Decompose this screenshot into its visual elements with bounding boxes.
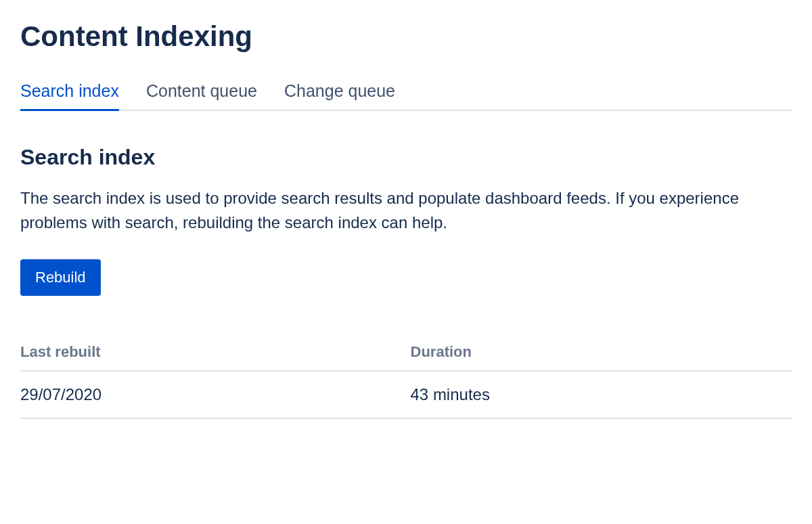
cell-last-rebuilt: 29/07/2020 bbox=[20, 371, 411, 418]
tab-search-index[interactable]: Search index bbox=[20, 81, 119, 111]
cell-duration: 43 minutes bbox=[411, 371, 792, 418]
section-title: Search index bbox=[20, 145, 792, 170]
rebuild-info-table: Last rebuilt Duration 29/07/2020 43 minu… bbox=[20, 343, 792, 419]
page-title: Content Indexing bbox=[20, 20, 792, 53]
tabs-container: Search index Content queue Change queue bbox=[20, 80, 792, 111]
table-header-last-rebuilt: Last rebuilt bbox=[20, 343, 411, 371]
table-header-duration: Duration bbox=[411, 343, 792, 371]
section-description: The search index is used to provide sear… bbox=[20, 186, 792, 235]
tab-change-queue[interactable]: Change queue bbox=[284, 81, 395, 111]
table-row: 29/07/2020 43 minutes bbox=[20, 371, 792, 418]
tab-content-queue[interactable]: Content queue bbox=[146, 81, 257, 111]
rebuild-button[interactable]: Rebuild bbox=[20, 259, 101, 296]
